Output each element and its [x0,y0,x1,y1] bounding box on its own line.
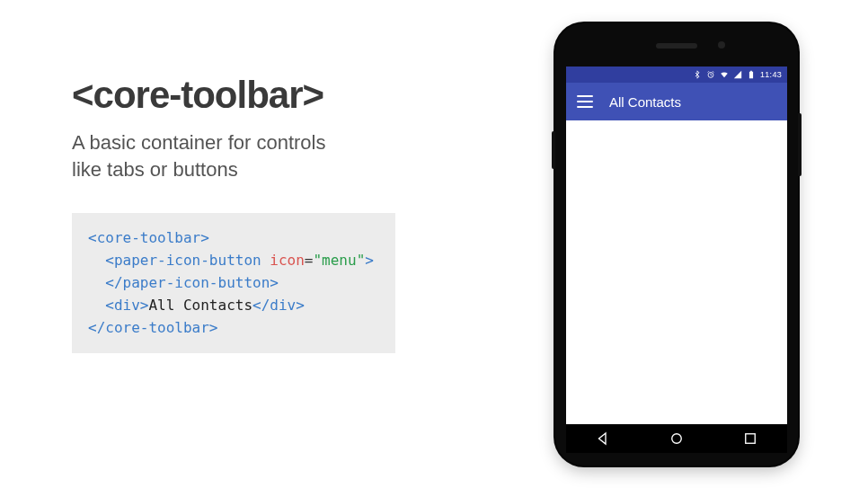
code-text: All Contacts [148,297,252,314]
app-content-area [566,120,787,424]
svg-point-1 [672,434,682,444]
svg-rect-2 [746,434,756,444]
menu-icon[interactable] [577,95,593,108]
code-tag: > [365,252,374,269]
bluetooth-icon [693,70,702,79]
phone-screen: 11:43 All Contacts [566,67,787,424]
code-attr: icon [270,252,305,269]
code-tag: <paper-icon-button [88,252,261,269]
left-column: <core-toolbar> A basic container for con… [72,74,431,353]
code-tag: </div> [252,297,305,314]
code-space [261,252,270,269]
code-tag: </paper-icon-button> [88,274,279,291]
wifi-icon [720,70,729,79]
core-toolbar: All Contacts [566,83,787,120]
phone-mock: 11:43 All Contacts [555,23,798,466]
code-tag: <div> [88,297,148,314]
toolbar-title: All Contacts [609,94,681,110]
earpiece [656,43,697,49]
slide: <core-toolbar> A basic container for con… [0,0,868,488]
code-val: "menu" [313,252,365,269]
recent-apps-icon[interactable] [742,430,758,447]
front-camera [718,41,725,49]
subtitle-line-1: A basic container for controls [72,131,325,154]
heading: <core-toolbar> [72,74,431,117]
code-tag: <core-toolbar> [88,229,209,246]
subtitle-line-2: like tabs or buttons [72,158,238,181]
status-clock: 11:43 [760,70,782,79]
alarm-icon [706,70,715,79]
back-icon[interactable] [595,430,611,447]
code-tag: </core-toolbar> [88,319,218,336]
home-icon[interactable] [669,430,685,447]
android-status-bar: 11:43 [566,67,787,83]
subtitle: A basic container for controls like tabs… [72,129,431,182]
phone-frame: 11:43 All Contacts [555,23,798,466]
android-nav-bar [566,424,787,453]
signal-icon [733,70,742,79]
battery-icon [747,70,756,79]
code-block: <core-toolbar> <paper-icon-button icon="… [72,213,395,353]
